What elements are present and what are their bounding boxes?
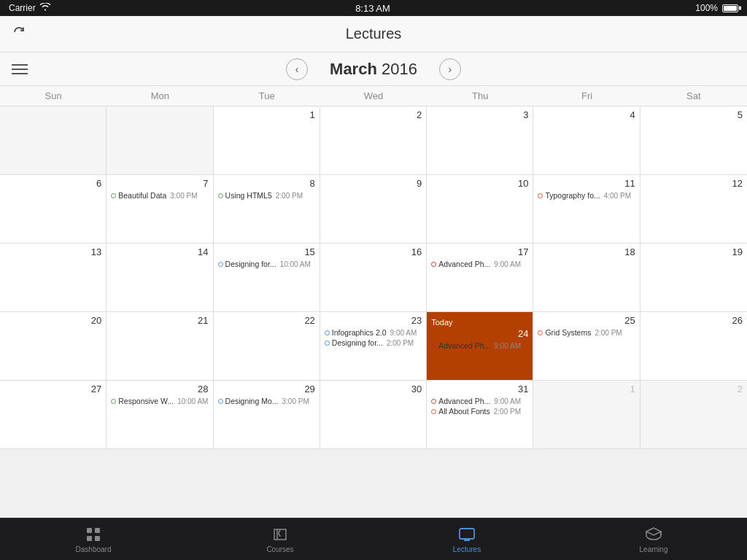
- calendar-cell-3-0[interactable]: 20: [0, 312, 107, 380]
- day-number: 15: [218, 246, 315, 257]
- day-number: 2: [325, 109, 422, 120]
- day-number: 7: [111, 178, 208, 189]
- calendar-cell-2-2[interactable]: 15Designing for...10:00 AM: [214, 244, 320, 311]
- calendar-cell-2-5[interactable]: 18: [533, 244, 640, 311]
- calendar-event[interactable]: Infographics 2.09:00 AM: [325, 328, 422, 337]
- tab-lectures[interactable]: Lectures: [374, 526, 560, 553]
- svg-rect-2: [87, 536, 92, 541]
- calendar-cell-3-1[interactable]: 21: [107, 312, 213, 380]
- calendar-cell-4-2[interactable]: 29Designing Mo...3:00 PM: [214, 381, 320, 448]
- calendar-cell-0-1[interactable]: [107, 106, 213, 174]
- calendar-cell-4-6[interactable]: 2: [640, 381, 747, 448]
- calendar-cell-0-2[interactable]: 1: [214, 106, 320, 174]
- day-number: 1: [538, 384, 635, 394]
- calendar-cell-2-3[interactable]: 16: [320, 244, 427, 311]
- day-number: 27: [4, 384, 101, 394]
- calendar-cell-0-5[interactable]: 4: [533, 106, 640, 174]
- calendar-cell-4-4[interactable]: 31Advanced Ph...9:00 AMAll About Fonts2:…: [427, 381, 533, 448]
- page-title: Lectures: [346, 26, 402, 42]
- day-number: 30: [325, 384, 422, 394]
- calendar-event[interactable]: Typography fo...4:00 PM: [538, 191, 635, 200]
- calendar-cell-4-5[interactable]: 1: [533, 381, 640, 448]
- calendar-cell-1-2[interactable]: 8Using HTML52:00 PM: [214, 175, 320, 243]
- day-number: 31: [431, 384, 528, 394]
- calendar-cell-1-3[interactable]: 9: [320, 175, 427, 243]
- day-header-fri: Fri: [533, 86, 640, 106]
- calendar-cell-4-1[interactable]: 28Responsive W...10:00 AM: [107, 381, 213, 448]
- calendar-event[interactable]: All About Fonts2:00 PM: [431, 407, 528, 416]
- calendar-week-3: 20212223Infographics 2.09:00 AMDesigning…: [0, 312, 747, 381]
- event-name: Designing Mo...: [225, 397, 279, 405]
- next-month-button[interactable]: ›: [439, 58, 461, 80]
- calendar-cell-2-4[interactable]: 17Advanced Ph...9:00 AM: [427, 244, 533, 311]
- calendar-event[interactable]: Advanced Ph...9:00 AM: [431, 260, 528, 268]
- tab-courses[interactable]: Courses: [187, 526, 374, 553]
- day-number: 19: [645, 246, 743, 257]
- svg-rect-0: [87, 528, 92, 533]
- event-time: 2:00 PM: [595, 329, 622, 337]
- event-dot: [431, 399, 436, 404]
- day-number: 21: [111, 315, 208, 326]
- day-number: 8: [218, 178, 315, 189]
- nav-bar: Lectures: [0, 16, 747, 52]
- calendar-event[interactable]: Advanced Ph...9:00 AM: [431, 397, 528, 405]
- tab-dashboard[interactable]: Dashboard: [0, 526, 187, 553]
- calendar-cell-1-0[interactable]: 6: [0, 175, 107, 243]
- calendar-event[interactable]: Responsive W...10:00 AM: [111, 397, 208, 405]
- event-name: Using HTML5: [225, 191, 272, 200]
- event-dot: [218, 262, 223, 267]
- calendar-event[interactable]: Using HTML52:00 PM: [218, 191, 315, 200]
- day-number: 28: [111, 384, 208, 394]
- calendar-event[interactable]: Advanced Ph...9:00 AM: [431, 341, 528, 350]
- day-header-thu: Thu: [427, 86, 533, 106]
- calendar-cell-3-2[interactable]: 22: [214, 312, 320, 380]
- calendar-cell-1-5[interactable]: 11Typography fo...4:00 PM: [533, 175, 640, 243]
- day-headers: Sun Mon Tue Wed Thu Fri Sat: [0, 86, 747, 106]
- prev-month-button[interactable]: ‹: [286, 58, 308, 80]
- calendar-cell-3-4[interactable]: Today24Advanced Ph...9:00 AM: [427, 312, 533, 380]
- calendar-cell-0-4[interactable]: 3: [427, 106, 533, 174]
- reload-button[interactable]: [12, 25, 26, 43]
- event-time: 10:00 AM: [177, 397, 208, 405]
- event-name: Advanced Ph...: [438, 397, 490, 405]
- event-time: 9:00 AM: [494, 342, 521, 350]
- calendar-week-0: 12345: [0, 106, 747, 175]
- event-time: 9:00 AM: [494, 260, 521, 268]
- event-dot: [218, 193, 223, 198]
- day-number: 9: [325, 178, 422, 189]
- calendar-cell-1-4[interactable]: 10: [427, 175, 533, 243]
- status-bar: Carrier 8:13 AM 100%: [0, 0, 747, 16]
- event-time: 10:00 AM: [280, 260, 311, 268]
- calendar-cell-4-0[interactable]: 27: [0, 381, 107, 448]
- calendar-event[interactable]: Designing Mo...3:00 PM: [218, 397, 315, 405]
- day-number: 18: [538, 246, 635, 257]
- calendar-cell-0-0[interactable]: [0, 106, 107, 174]
- calendar-cell-3-3[interactable]: 23Infographics 2.09:00 AMDesigning for..…: [320, 312, 427, 380]
- event-time: 2:00 PM: [276, 192, 303, 200]
- calendar-cell-2-6[interactable]: 19: [640, 244, 747, 311]
- calendar-cell-1-1[interactable]: 7Beautiful Data3:00 PM: [107, 175, 213, 243]
- calendar-event[interactable]: Grid Systems2:00 PM: [538, 328, 635, 337]
- calendar-cell-0-3[interactable]: 2: [320, 106, 427, 174]
- calendar-event[interactable]: Designing for...10:00 AM: [218, 260, 315, 268]
- calendar-cell-3-5[interactable]: 25Grid Systems2:00 PM: [533, 312, 640, 380]
- tab-dashboard-label: Dashboard: [76, 545, 112, 553]
- tab-learning[interactable]: Learning: [560, 526, 747, 553]
- event-dot: [325, 341, 330, 346]
- calendar-cell-2-0[interactable]: 13: [0, 244, 107, 311]
- event-name: Responsive W...: [118, 397, 174, 405]
- calendar-cell-1-6[interactable]: 12: [640, 175, 747, 243]
- calendar-grid: 1234567Beautiful Data3:00 PM8Using HTML5…: [0, 106, 747, 518]
- event-time: 2:00 PM: [387, 339, 414, 347]
- calendar-event[interactable]: Designing for...2:00 PM: [325, 338, 422, 347]
- menu-button[interactable]: [12, 64, 28, 74]
- month-year-label: March 2016: [330, 60, 417, 79]
- calendar-event[interactable]: Beautiful Data3:00 PM: [111, 191, 208, 200]
- svg-rect-4: [460, 529, 474, 539]
- tab-courses-label: Courses: [266, 545, 293, 553]
- calendar-cell-2-1[interactable]: 14: [107, 244, 213, 311]
- calendar-cell-3-6[interactable]: 26: [640, 312, 747, 380]
- calendar-cell-4-3[interactable]: 30: [320, 381, 427, 448]
- event-time: 9:00 AM: [390, 329, 417, 337]
- calendar-cell-0-6[interactable]: 5: [640, 106, 747, 174]
